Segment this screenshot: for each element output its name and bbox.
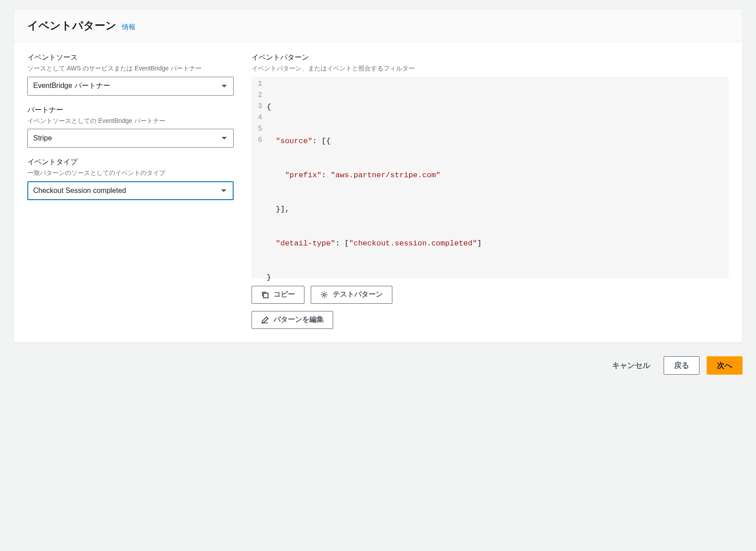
panel-title: イベントパターン [27, 19, 117, 31]
partner-value: Stripe [33, 134, 52, 142]
event-source-label: イベントソース [27, 53, 234, 62]
partner-label: パートナー [27, 105, 234, 115]
partner-hint: イベントソースとしての EventBridge パートナー [27, 117, 234, 126]
panel-body: イベントソース ソースとして AWS のサービスまたは EventBridge … [14, 42, 742, 342]
right-column: イベントパターン イベントパターン、またはイベントと照合するフィルター 1 2 … [252, 53, 729, 329]
code-editor[interactable]: 1 2 3 4 5 6 { "source": [{ "prefix": "aw… [252, 77, 729, 279]
panel-header: イベントパターン 情報 [14, 9, 742, 42]
edit-pattern-button[interactable]: パターンを編集 [252, 311, 333, 329]
event-source-group: イベントソース ソースとして AWS のサービスまたは EventBridge … [27, 53, 234, 96]
partner-select[interactable]: Stripe [27, 129, 234, 148]
pattern-label: イベントパターン [252, 53, 729, 62]
code-content: { "source": [{ "prefix": "aws.partner/st… [267, 77, 729, 279]
left-column: イベントソース ソースとして AWS のサービスまたは EventBridge … [27, 53, 234, 329]
pattern-hint: イベントパターン、またはイベントと照合するフィルター [252, 64, 729, 73]
event-type-select[interactable]: Checkout Session completed [27, 181, 234, 200]
pencil-icon [261, 316, 269, 324]
event-type-value: Checkout Session completed [33, 187, 126, 195]
pattern-button-row-2: パターンを編集 [252, 311, 729, 329]
chevron-down-icon [221, 189, 226, 192]
partner-group: パートナー イベントソースとしての EventBridge パートナー Stri… [27, 105, 234, 148]
wizard-footer: キャンセル 戻る 次へ [13, 343, 743, 375]
event-type-label: イベントタイプ [27, 157, 234, 167]
back-button[interactable]: 戻る [664, 356, 700, 375]
event-source-value: EventBridge パートナー [33, 81, 110, 91]
code-gutter: 1 2 3 4 5 6 [252, 77, 267, 279]
info-link[interactable]: 情報 [122, 23, 135, 31]
next-button[interactable]: 次へ [707, 356, 743, 375]
event-pattern-panel: イベントパターン 情報 イベントソース ソースとして AWS のサービスまたは … [13, 9, 743, 343]
cancel-button[interactable]: キャンセル [606, 357, 656, 374]
edit-label: パターンを編集 [274, 315, 324, 324]
event-type-group: イベントタイプ 一致パターンのソースとしてのイベントのタイプ Checkout … [27, 157, 234, 200]
event-source-select[interactable]: EventBridge パートナー [27, 77, 234, 96]
chevron-down-icon [222, 85, 227, 87]
chevron-down-icon [222, 137, 227, 140]
event-source-hint: ソースとして AWS のサービスまたは EventBridge パートナー [27, 64, 234, 73]
event-type-hint: 一致パターンのソースとしてのイベントのタイプ [27, 169, 234, 178]
